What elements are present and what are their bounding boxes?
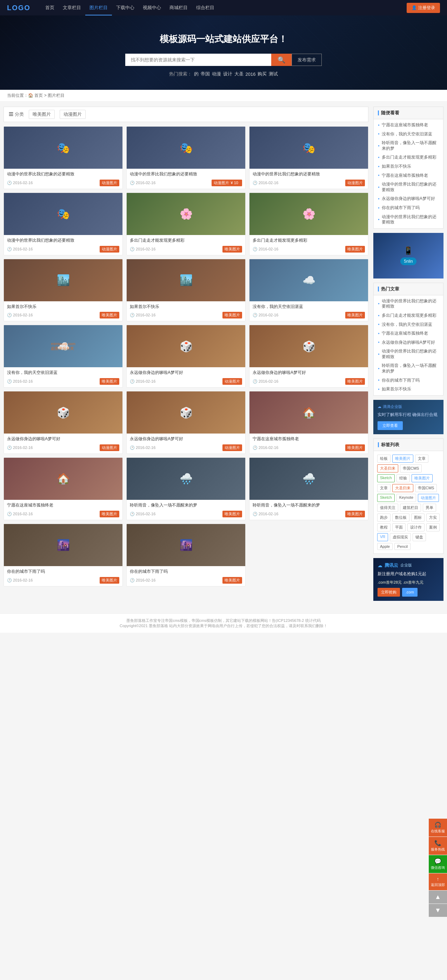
- card[interactable]: 🎭 动漫中的世界比我们想象的还要精致 🕐 2016-02-16 动漫图片: [3, 126, 123, 189]
- sidebar-hot-item[interactable]: ●永远做你身边的哆啦A梦可好: [374, 338, 443, 347]
- card[interactable]: 🌆 你在的城市下雨了吗 🕐 2016-02-16 唯美图片: [3, 524, 123, 587]
- tag-item[interactable]: VR: [377, 533, 388, 541]
- card-tag[interactable]: 动漫图片: [100, 246, 119, 253]
- sidebar-hot-item[interactable]: ●动漫中的世界比我们想象的还要精致: [374, 297, 443, 311]
- nav-video[interactable]: 视频中心: [138, 0, 165, 16]
- card-tag[interactable]: 唯美图片: [345, 312, 365, 318]
- nav-images[interactable]: 图片栏目: [85, 0, 112, 16]
- tag-item[interactable]: Pencil: [395, 543, 410, 550]
- card[interactable]: 🎭 动漫中的世界比我们想象的还要精致 🕐 2016-02-16 动漫图片: [249, 126, 368, 189]
- breadcrumb-home[interactable]: 首页: [34, 93, 43, 98]
- sidebar-driving-ad[interactable]: ☁滴滴企业版 实时了解用车行程 确保出行合规 立即查看: [373, 400, 444, 434]
- hot-tag-8[interactable]: 测试: [269, 71, 278, 77]
- card[interactable]: ☁️ 没有你，我的天空依旧湛蓝 🕐 2016-02-16 唯美图片: [249, 259, 368, 321]
- card[interactable]: 🏙️ 如果首尔不快乐 🕐 2016-02-16 唯美图片: [3, 259, 123, 321]
- card-tag[interactable]: 唯美图片: [223, 577, 242, 584]
- sidebar-hot-item[interactable]: ●动漫中的世界比我们想象的还要精致: [374, 347, 443, 361]
- tag-item[interactable]: 案例: [426, 523, 440, 531]
- card[interactable]: 🎲 永远做你身边的哆啦A梦可好 🕐 2016-02-16 动漫图片: [3, 391, 123, 454]
- card-tag[interactable]: 动漫图片: [345, 180, 365, 186]
- card[interactable]: 🏠 宁愿在这座城市孤独终老 🕐 2016-02-16 唯美图片: [3, 457, 123, 520]
- tag-item[interactable]: 文章: [377, 484, 391, 492]
- tag-item[interactable]: 键盘: [413, 533, 426, 541]
- card[interactable]: 🌧️ 聆听雨音，像坠入一场不愿醒来的梦 🕐 2016-02-16 唯美图片: [126, 457, 246, 520]
- card[interactable]: 🏙️ 如果首尔不快乐 🕐 2016-02-16 唯美图片: [126, 259, 246, 321]
- tag-item[interactable]: 大圣归来: [392, 484, 413, 492]
- card[interactable]: 🌸 多出门走走才能发现更多精彩 🕐 2016-02-16 唯美图片: [126, 192, 246, 255]
- ad-cta-button[interactable]: 立即查看: [377, 421, 403, 430]
- card[interactable]: 🎲 永远做你身边的哆啦A梦可好 🕐 2016-02-16 动漫图片: [126, 391, 246, 454]
- card[interactable]: 🎭 动漫中的世界比我们想象的还要精致 🕐 2016-02-16 动漫图片¥ 10: [126, 126, 246, 189]
- tag-item[interactable]: 方实: [426, 514, 440, 522]
- card-tag[interactable]: 唯美图片: [100, 312, 119, 318]
- sidebar-hot-item[interactable]: ●如果首尔不快乐: [374, 385, 443, 394]
- card-tag[interactable]: 动漫图片: [100, 444, 119, 451]
- tag-item[interactable]: Apple: [377, 543, 393, 550]
- card-tag[interactable]: 动漫图片: [223, 444, 242, 451]
- card-tag[interactable]: 动漫图片¥ 10: [212, 180, 242, 186]
- tag-item[interactable]: 设计作: [407, 523, 425, 531]
- nav-articles[interactable]: 文章栏目: [59, 0, 85, 16]
- tag-item[interactable]: 教程: [377, 523, 391, 531]
- tag-item[interactable]: 帝国CMS: [415, 484, 437, 492]
- card-tag[interactable]: 唯美图片: [345, 444, 365, 451]
- card-tag[interactable]: 动漫图片: [100, 180, 119, 186]
- tencent-ad[interactable]: ☁ 腾讯云 企业版 新注册用户域名抢购1元起 .com首年28元 .cn首年九元…: [373, 558, 444, 601]
- tencent-com-btn[interactable]: .com: [402, 588, 418, 597]
- nav-comprehensive[interactable]: 综合栏目: [192, 0, 219, 16]
- tag-item[interactable]: 唯美图片: [412, 474, 433, 482]
- hot-tag-4[interactable]: 设计: [223, 71, 232, 77]
- hot-tag-7[interactable]: 购买: [258, 71, 267, 77]
- card-tag[interactable]: 唯美图片: [345, 246, 365, 253]
- card[interactable]: 🌆 你在的城市下雨了吗 🕐 2016-02-16 唯美图片: [126, 524, 246, 587]
- hot-tag-6[interactable]: 2016: [246, 72, 256, 77]
- card[interactable]: 🌧️ 聆听雨音，像坠入一场不愿醒来的梦 🕐 2016-02-16 唯美图片: [249, 457, 368, 520]
- sidebar-hot-item[interactable]: ●宁愿在这座城市孤独终老: [374, 329, 443, 338]
- tag-item[interactable]: 虚拟现实: [390, 533, 411, 541]
- tag-item[interactable]: 经验: [396, 474, 410, 482]
- sidebar-random-item[interactable]: ●宁愿在这座城市孤独终老: [374, 121, 443, 130]
- tag-item[interactable]: 动漫图片: [418, 494, 439, 502]
- hot-tag-2[interactable]: 帝国: [201, 71, 210, 77]
- sidebar-ad-image[interactable]: 📱 5nlin: [373, 233, 444, 278]
- card-tag[interactable]: 唯美图片: [100, 511, 119, 517]
- tag-item[interactable]: 男单: [423, 504, 436, 512]
- card-tag[interactable]: 动漫图片: [223, 378, 242, 385]
- sidebar-random-item[interactable]: ●没有你，我的天空依旧湛蓝: [374, 130, 443, 139]
- tag-item[interactable]: 文章: [415, 455, 428, 463]
- card-tag[interactable]: 唯美图片: [100, 378, 119, 385]
- card-tag[interactable]: 唯美图片: [345, 511, 365, 517]
- sidebar-random-item[interactable]: ●宁愿在这座城市孤独终老: [374, 171, 443, 180]
- card[interactable]: 🌸 多出门走走才能发现更多精彩 🕐 2016-02-16 唯美图片: [249, 192, 368, 255]
- tag-item[interactable]: 值得关注: [377, 504, 398, 512]
- tag-item[interactable]: Keynote: [396, 494, 416, 502]
- card-tag[interactable]: 唯美图片: [223, 511, 242, 517]
- hot-tag-5[interactable]: 大圣: [234, 71, 243, 77]
- tag-item[interactable]: 建筑栏目: [400, 504, 421, 512]
- tag-item[interactable]: 绘板: [377, 455, 391, 463]
- sidebar-random-item[interactable]: ●如果首尔不快乐: [374, 162, 443, 171]
- tag-item[interactable]: 跑步: [377, 514, 391, 522]
- sidebar-random-item[interactable]: ●聆听雨音，像坠入一场不愿醒来的梦: [374, 138, 443, 153]
- sidebar-random-item[interactable]: ●动漫中的世界比我们想象的还要精致: [374, 213, 443, 227]
- tag-item[interactable]: 平面: [392, 523, 406, 531]
- search-button[interactable]: 🔍: [271, 54, 291, 66]
- tab-anime[interactable]: 动漫图片: [60, 110, 86, 119]
- card[interactable]: ☁️mimiwuqi.com盗图举报有奖 没有你，我的天空依旧湛蓝 🕐 2016…: [3, 325, 123, 388]
- tab-beauty[interactable]: 唯美图片: [29, 110, 55, 119]
- sidebar-hot-item[interactable]: ●没有你，我的天空依旧湛蓝: [374, 320, 443, 329]
- tag-item[interactable]: 大圣归来: [377, 465, 398, 473]
- sidebar-random-item[interactable]: ●你在的城市下雨了吗: [374, 204, 443, 213]
- tag-item[interactable]: 唯美图片: [392, 455, 413, 463]
- card-tag[interactable]: 唯美图片: [223, 246, 242, 253]
- tag-item[interactable]: Sketch: [377, 494, 395, 502]
- sidebar-hot-item[interactable]: ●多出门走走才能发现更多精彩: [374, 311, 443, 320]
- publish-button[interactable]: 发布需求: [291, 54, 322, 66]
- nav-home[interactable]: 首页: [41, 0, 59, 16]
- card-tag[interactable]: 唯美图片: [100, 577, 119, 584]
- tag-item[interactable]: 帝国CMS: [400, 465, 422, 473]
- hot-tag-3[interactable]: 动漫: [212, 71, 221, 77]
- nav-download[interactable]: 下载中心: [112, 0, 138, 16]
- sidebar-hot-item[interactable]: ●你在的城市下雨了吗: [374, 376, 443, 385]
- sidebar-random-item[interactable]: ●永远做你身边的哆啦A梦可好: [374, 194, 443, 204]
